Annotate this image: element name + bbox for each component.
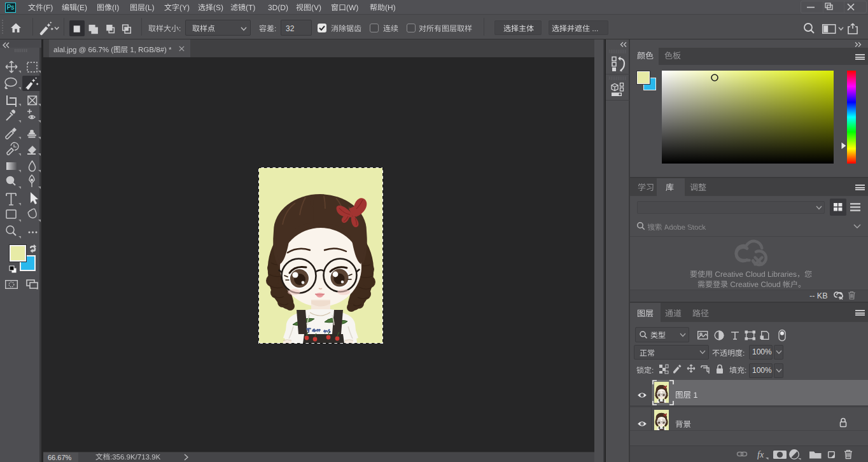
svg-text:fx: fx (757, 450, 764, 459)
